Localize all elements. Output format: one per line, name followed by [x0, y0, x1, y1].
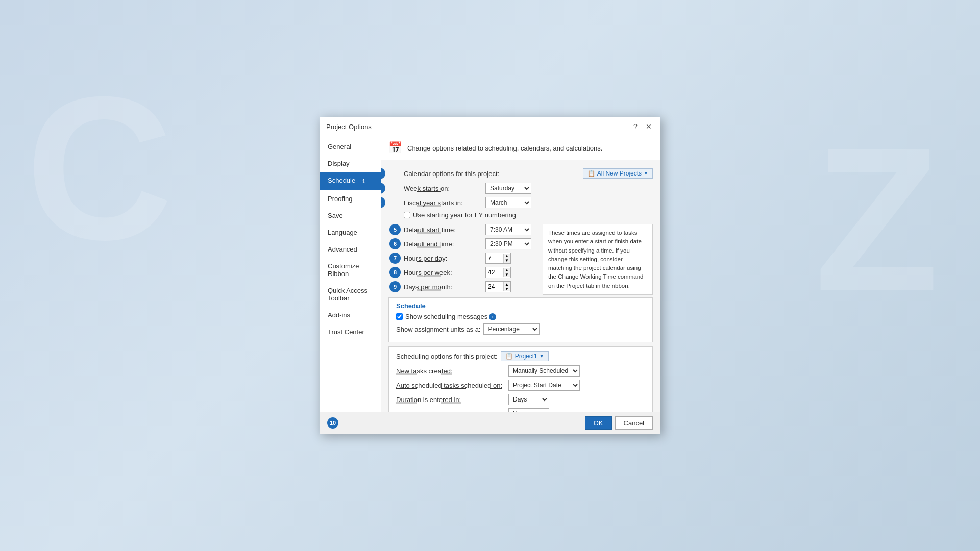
cancel-button[interactable]: Cancel: [615, 416, 653, 430]
duration-label: Duration is entered in:: [396, 396, 508, 404]
fy-numbering-checkbox[interactable]: [404, 212, 410, 218]
badge-4: 4: [381, 197, 385, 208]
project1-button[interactable]: 📋 Project1 ▼: [501, 351, 549, 361]
auto-scheduled-select[interactable]: Project Start Date Current Date: [508, 380, 580, 391]
week-starts-label: Week starts on:: [404, 185, 485, 192]
dialog-title: Project Options: [326, 123, 372, 131]
hours-per-day-label: Hours per day:: [404, 255, 485, 262]
fy-numbering-row[interactable]: Use starting year for FY numbering: [404, 211, 516, 219]
hours-per-day-up[interactable]: ▲: [503, 254, 510, 258]
sidebar-item-addins[interactable]: Add-ins: [320, 307, 381, 323]
project1-dropdown-icon: ▼: [540, 354, 544, 359]
content-scroll[interactable]: 2 Calendar options for this project: 📋 A…: [381, 160, 660, 412]
duration-select[interactable]: Days Hours Weeks: [508, 394, 549, 405]
header-description: Change options related to scheduling, ca…: [407, 144, 602, 152]
schedule-icon: 📅: [388, 141, 402, 155]
assignment-units-select[interactable]: Percentage Decimal: [483, 323, 540, 335]
work-select[interactable]: Hours Days: [508, 408, 549, 412]
days-per-month-spinner[interactable]: ▲ ▼: [485, 281, 511, 292]
all-new-projects-button[interactable]: 📋 All New Projects ▼: [583, 168, 653, 179]
badge-10: 10: [327, 417, 338, 429]
main-content: 📅 Change options related to scheduling, …: [381, 136, 660, 412]
fy-numbering-label: Use starting year for FY numbering: [413, 211, 516, 219]
sidebar-item-trust-center[interactable]: Trust Center: [320, 323, 381, 340]
assignment-units-label: Show assignment units as a:: [396, 325, 480, 333]
project1-label: Project1: [515, 353, 537, 360]
sidebar-item-customize-ribbon[interactable]: Customize Ribbon: [320, 258, 381, 282]
all-new-projects-icon: 📋: [587, 170, 595, 177]
hours-per-week-spinner[interactable]: ▲ ▼: [485, 267, 511, 278]
footer-badge: 10: [327, 417, 338, 429]
show-scheduling-checkbox[interactable]: [396, 313, 403, 320]
hours-per-week-down[interactable]: ▼: [503, 272, 510, 277]
fiscal-year-label: Fiscal year starts in:: [404, 199, 485, 207]
badge-8: 8: [389, 267, 401, 278]
dialog-body: General Display Schedule 1 Proofing Save…: [320, 136, 660, 412]
hours-per-week-up[interactable]: ▲: [503, 268, 510, 272]
new-tasks-select[interactable]: Manually Scheduled Auto Scheduled: [508, 365, 580, 377]
badge-5: 5: [389, 224, 401, 235]
auto-scheduled-label: Auto scheduled tasks scheduled on:: [396, 382, 508, 389]
sidebar-item-save[interactable]: Save: [320, 207, 381, 224]
title-controls: ? ✕: [630, 121, 654, 132]
badge-7: 7: [389, 253, 401, 264]
dialog-footer: 10 OK Cancel: [320, 412, 660, 434]
all-new-projects-label: All New Projects: [597, 170, 642, 177]
fiscal-year-select[interactable]: March January April: [485, 197, 531, 208]
sidebar-item-general[interactable]: General: [320, 138, 381, 155]
hours-per-week-label: Hours per week:: [404, 269, 485, 277]
help-button[interactable]: ?: [630, 121, 641, 132]
badge-3: 3: [381, 183, 385, 194]
week-starts-select[interactable]: Saturday Sunday Monday: [485, 183, 531, 194]
badge-9: 9: [389, 281, 401, 292]
show-scheduling-info-icon: i: [489, 313, 496, 320]
show-scheduling-row[interactable]: Show scheduling messages: [396, 313, 487, 320]
ok-button[interactable]: OK: [585, 416, 612, 430]
sidebar-item-language[interactable]: Language: [320, 224, 381, 241]
dropdown-arrow-icon: ▼: [644, 171, 648, 176]
new-tasks-label: New tasks created:: [396, 367, 508, 375]
sidebar-item-display[interactable]: Display: [320, 155, 381, 172]
sidebar: General Display Schedule 1 Proofing Save…: [320, 136, 381, 412]
info-note: These times are assigned to tasks when y…: [543, 224, 653, 295]
sidebar-item-proofing[interactable]: Proofing: [320, 190, 381, 207]
default-end-select[interactable]: 2:30 PM 5:00 PM: [485, 238, 531, 249]
calendar-options-label: Calendar options for this project:: [404, 170, 583, 178]
content-header: 📅 Change options related to scheduling, …: [381, 136, 660, 160]
close-button[interactable]: ✕: [644, 121, 654, 132]
show-scheduling-label: Show scheduling messages: [405, 313, 487, 320]
project-options-dialog: Project Options ? ✕ General Display Sche…: [320, 117, 660, 434]
scheduling-options-label: Scheduling options for this project:: [396, 353, 498, 360]
default-start-select[interactable]: 7:30 AM 8:00 AM: [485, 224, 531, 235]
default-start-label: Default start time:: [404, 226, 485, 234]
project1-icon: 📋: [505, 353, 513, 360]
sidebar-item-advanced[interactable]: Advanced: [320, 241, 381, 258]
hours-per-day-down[interactable]: ▼: [503, 258, 510, 263]
days-per-month-label: Days per month:: [404, 283, 485, 291]
title-bar: Project Options ? ✕: [320, 117, 660, 136]
sidebar-item-schedule[interactable]: Schedule 1: [320, 172, 381, 190]
badge-6: 6: [389, 238, 401, 249]
sidebar-item-quick-access[interactable]: Quick Access Toolbar: [320, 282, 381, 307]
default-end-label: Default end time:: [404, 240, 485, 248]
schedule-badge: 1: [359, 177, 369, 186]
schedule-section-title: Schedule: [396, 302, 646, 310]
days-per-month-down[interactable]: ▼: [503, 287, 510, 291]
days-per-month-up[interactable]: ▲: [503, 282, 510, 287]
hours-per-day-spinner[interactable]: ▲ ▼: [485, 253, 511, 264]
badge-2: 2: [381, 168, 385, 179]
